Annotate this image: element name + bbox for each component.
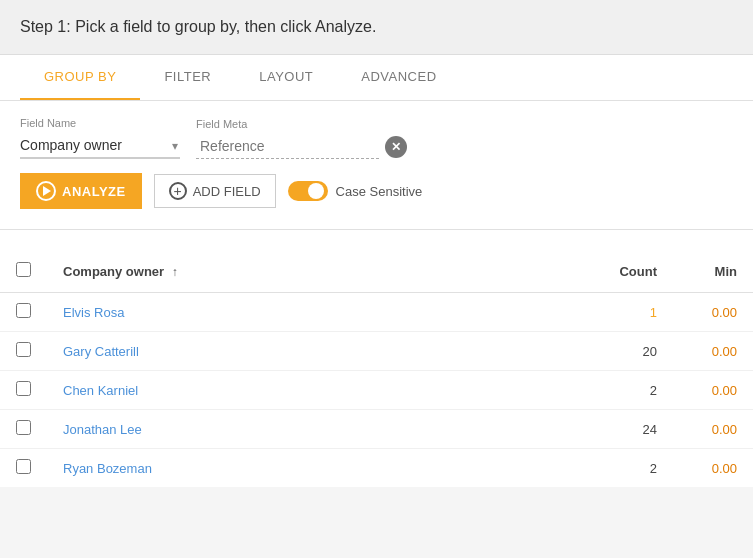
row-name[interactable]: Gary Catterill	[63, 344, 139, 359]
row-checkbox[interactable]	[16, 381, 31, 396]
th-company-owner-label: Company owner	[63, 264, 164, 279]
add-icon: +	[169, 182, 187, 200]
row-count: 24	[553, 410, 673, 449]
add-field-button[interactable]: + ADD FIELD	[154, 174, 276, 208]
form-section: Field Name Company owner ▾ Field Meta ✕ …	[0, 101, 753, 230]
table-row: Gary Catterill200.00	[0, 332, 753, 371]
row-min: 0.00	[673, 410, 753, 449]
case-sensitive-toggle-wrapper: Case Sensitive	[288, 181, 423, 201]
row-name[interactable]: Chen Karniel	[63, 383, 138, 398]
row-count: 20	[553, 332, 673, 371]
analyze-play-icon	[36, 181, 56, 201]
th-min[interactable]: Min	[673, 250, 753, 293]
tab-layout[interactable]: LAYOUT	[235, 55, 337, 100]
row-checkbox[interactable]	[16, 420, 31, 435]
header-banner: Step 1: Pick a field to group by, then c…	[0, 0, 753, 55]
select-all-checkbox[interactable]	[16, 262, 31, 277]
row-min: 0.00	[673, 293, 753, 332]
field-meta-label: Field Meta	[196, 118, 407, 130]
th-min-label: Min	[715, 264, 737, 279]
table-body: Elvis Rosa10.00Gary Catterill200.00Chen …	[0, 293, 753, 488]
row-name[interactable]: Elvis Rosa	[63, 305, 124, 320]
th-count-label: Count	[619, 264, 657, 279]
analyze-label: ANALYZE	[62, 184, 126, 199]
tab-group-by[interactable]: GROUP BY	[20, 55, 140, 100]
field-meta-wrapper: ✕	[196, 134, 407, 159]
field-name-select-wrapper: Company owner ▾	[20, 133, 180, 159]
field-name-label: Field Name	[20, 117, 180, 129]
clear-field-meta-button[interactable]: ✕	[385, 136, 407, 158]
tab-advanced[interactable]: ADVANCED	[337, 55, 460, 100]
add-field-label: ADD FIELD	[193, 184, 261, 199]
row-checkbox[interactable]	[16, 342, 31, 357]
table-row: Elvis Rosa10.00	[0, 293, 753, 332]
play-triangle	[43, 186, 51, 196]
row-min: 0.00	[673, 371, 753, 410]
header-title: Step 1: Pick a field to group by, then c…	[20, 18, 376, 35]
table-row: Jonathan Lee240.00	[0, 410, 753, 449]
field-meta-input[interactable]	[196, 134, 379, 159]
sort-asc-icon: ↑	[172, 265, 178, 279]
case-sensitive-toggle[interactable]	[288, 181, 328, 201]
table-header: Company owner ↑ Count Min	[0, 250, 753, 293]
field-name-select[interactable]: Company owner	[20, 133, 180, 159]
row-min: 0.00	[673, 449, 753, 488]
row-name[interactable]: Jonathan Lee	[63, 422, 142, 437]
field-name-group: Field Name Company owner ▾	[20, 117, 180, 159]
row-min: 0.00	[673, 332, 753, 371]
field-meta-group: Field Meta ✕	[196, 118, 407, 159]
row-name[interactable]: Ryan Bozeman	[63, 461, 152, 476]
analyze-button[interactable]: ANALYZE	[20, 173, 142, 209]
row-checkbox[interactable]	[16, 459, 31, 474]
field-row: Field Name Company owner ▾ Field Meta ✕	[20, 117, 733, 159]
toggle-thumb	[308, 183, 324, 199]
data-table: Company owner ↑ Count Min Elvis Rosa10.0…	[0, 250, 753, 487]
th-company-owner[interactable]: Company owner ↑	[47, 250, 553, 293]
case-sensitive-label: Case Sensitive	[336, 184, 423, 199]
table-row: Chen Karniel20.00	[0, 371, 753, 410]
th-checkbox	[0, 250, 47, 293]
actions-row: ANALYZE + ADD FIELD Case Sensitive	[20, 173, 733, 209]
row-checkbox[interactable]	[16, 303, 31, 318]
tabs-container: GROUP BY FILTER LAYOUT ADVANCED	[0, 55, 753, 101]
row-count: 1	[553, 293, 673, 332]
th-count[interactable]: Count	[553, 250, 673, 293]
tab-filter[interactable]: FILTER	[140, 55, 235, 100]
row-count: 2	[553, 449, 673, 488]
table-row: Ryan Bozeman20.00	[0, 449, 753, 488]
table-section: Company owner ↑ Count Min Elvis Rosa10.0…	[0, 230, 753, 487]
row-count: 2	[553, 371, 673, 410]
